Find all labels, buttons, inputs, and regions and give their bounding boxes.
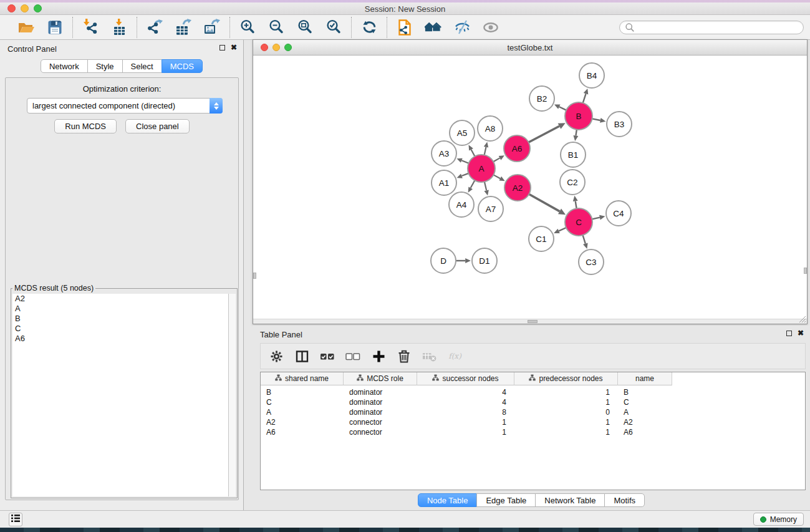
column-header-predecessor-nodes[interactable]: predecessor nodes [514,372,618,385]
graph-node-D[interactable]: D [431,248,456,273]
table-cell[interactable]: C [261,397,344,407]
graph-node-B3[interactable]: B3 [607,112,632,137]
optimization-dropdown[interactable]: largest connected component (directed) [27,98,223,114]
graph-node-A3[interactable]: A3 [432,141,456,166]
graph-node-C4[interactable]: C4 [606,201,631,226]
graph-node-C3[interactable]: C3 [579,249,604,274]
column-header-successor-nodes[interactable]: successor nodes [417,372,514,385]
graph-node-A6[interactable]: A6 [504,135,530,162]
result-scrollbar[interactable] [228,294,236,496]
tab-mcds[interactable]: MCDS [162,59,203,73]
mcds-result-item[interactable]: A [12,304,228,314]
memory-button[interactable]: Memory [753,513,804,526]
graph-node-A4[interactable]: A4 [449,192,474,217]
graph-node-A8[interactable]: A8 [478,116,503,141]
table-cell[interactable]: A2 [618,417,672,427]
table-cell[interactable]: dominator [344,387,417,397]
home-icon[interactable] [425,19,442,36]
table-cell[interactable]: 1 [514,417,618,427]
graph-edge-A-A8[interactable] [484,142,488,155]
graph-node-B2[interactable]: B2 [529,86,554,111]
graph-node-A[interactable]: A [468,155,495,182]
graph-edge-B-B4[interactable] [583,89,589,103]
table-cell[interactable]: A [618,407,672,417]
add-column-icon[interactable] [371,349,386,364]
close-table-panel-icon[interactable]: ✖ [798,330,804,336]
close-panel-icon[interactable]: ✖ [231,44,237,51]
hscrollbar-thumb[interactable] [528,320,538,323]
search-box[interactable] [619,21,804,34]
network-graph[interactable]: B4B2BB3A8A5A6A3B1AC2A1A2A4A7C4CC1DD1C3 [253,56,807,319]
tab-node-table[interactable]: Node Table [418,493,478,507]
table-row[interactable]: Cdominator41C [261,397,805,407]
graph-edge-B-B2[interactable] [554,104,566,110]
mcds-result-item[interactable]: B [12,314,228,324]
eye-icon[interactable] [482,19,499,36]
table-row[interactable]: A6connector11A6 [261,427,805,437]
export-network-icon[interactable] [146,19,163,36]
network-hscrollbar[interactable] [253,319,807,324]
table-cell[interactable]: connector [344,417,417,427]
column-header-shared-name[interactable]: shared name [261,372,344,385]
mcds-result-item[interactable]: A2 [12,294,228,304]
tab-edge-table[interactable]: Edge Table [476,493,536,507]
graph-edge-A-A6[interactable] [493,155,504,162]
graph-edge-A-A5[interactable] [469,145,475,156]
graph-edge-B-B1[interactable] [573,130,578,141]
right-scrollbar-thumb[interactable] [804,268,807,274]
node-table[interactable]: shared nameMCDS rolesuccessor nodesprede… [260,372,806,490]
table-row[interactable]: Bdominator41B [261,387,805,397]
tab-network-table[interactable]: Network Table [535,493,605,507]
tab-style[interactable]: Style [87,59,123,73]
table-cell[interactable]: 1 [514,427,618,437]
table-cell[interactable]: A2 [261,417,344,427]
graph-edge-A-A4[interactable] [468,180,475,192]
table-cell[interactable]: A6 [618,427,672,437]
tab-network[interactable]: Network [41,59,88,73]
zoom-selected-icon[interactable] [325,19,342,36]
select-all-icon[interactable] [320,349,335,364]
graph-node-A7[interactable]: A7 [478,196,503,221]
graph-node-B1[interactable]: B1 [561,142,586,167]
deselect-all-icon[interactable] [345,349,360,364]
mcds-result-item[interactable]: C [12,324,228,334]
table-cell[interactable]: connector [344,427,417,437]
graph-node-C2[interactable]: C2 [560,170,585,195]
table-cell[interactable]: A [261,407,344,417]
left-scrollbar-thumb[interactable] [253,273,256,279]
column-header-MCDS-role[interactable]: MCDS role [344,372,417,385]
table-cell[interactable]: 4 [417,397,514,407]
table-row[interactable]: Adominator80A [261,407,805,417]
new-network-icon[interactable] [396,19,413,36]
export-table-icon[interactable] [175,19,192,36]
column-header-name[interactable]: name [618,372,672,385]
float-table-panel-icon[interactable] [786,331,792,336]
float-panel-icon[interactable] [219,45,225,51]
tab-motifs[interactable]: Motifs [604,493,645,507]
settings-gear-icon[interactable] [269,349,284,364]
resize-grip-icon[interactable] [798,315,806,323]
search-input[interactable] [635,22,803,33]
graph-edge-A-A7[interactable] [484,181,488,195]
graph-node-B[interactable]: B [565,102,592,130]
run-mcds-button[interactable]: Run MCDS [54,119,117,133]
graph-node-C[interactable]: C [565,208,592,236]
graph-node-A2[interactable]: A2 [504,175,531,201]
table-cell[interactable]: 1 [514,387,618,397]
graph-node-A1[interactable]: A1 [432,170,456,195]
graph-edge-A-A2[interactable] [493,175,504,181]
network-canvas[interactable]: B4B2BB3A8A5A6A3B1AC2A1A2A4A7C4CC1DD1C3 [253,56,807,319]
graph-edge-C-C2[interactable] [573,196,578,209]
graph-edge-D-D1[interactable] [456,258,471,263]
graph-edge-A-A3[interactable] [456,158,468,163]
table-cell[interactable]: 8 [417,407,514,417]
table-cell[interactable]: B [618,387,672,397]
zoom-out-icon[interactable] [268,19,285,36]
open-session-icon[interactable] [17,19,35,36]
refresh-icon[interactable] [360,19,378,36]
table-cell[interactable]: 4 [417,387,514,397]
graph-edge-C-C4[interactable] [592,215,605,220]
table-cell[interactable]: dominator [344,397,417,407]
save-session-icon[interactable] [46,19,64,36]
export-image-icon[interactable] [203,19,221,36]
